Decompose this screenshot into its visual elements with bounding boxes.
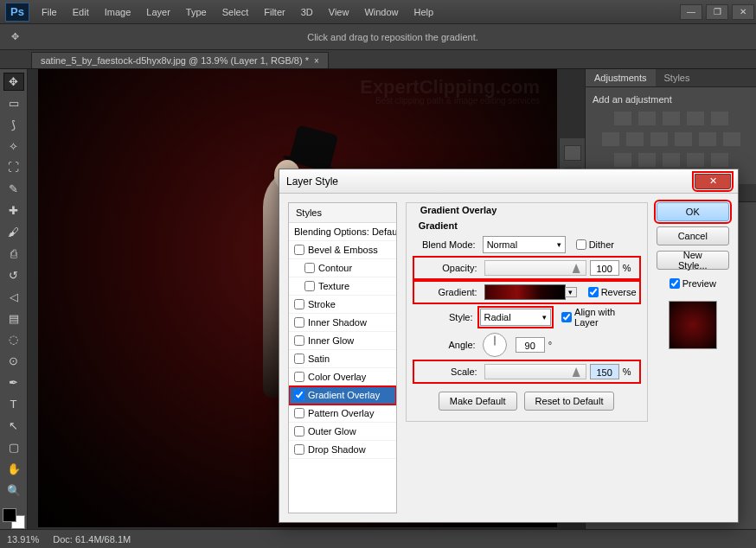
threshold-icon[interactable]: [663, 153, 680, 167]
menu-window[interactable]: Window: [357, 4, 405, 20]
scale-slider[interactable]: [484, 364, 586, 379]
map-icon[interactable]: [687, 153, 704, 167]
style-stroke[interactable]: Stroke: [289, 296, 396, 314]
zoom-level[interactable]: 13.91%: [7, 534, 39, 545]
color-swatches[interactable]: [3, 508, 25, 530]
lookup-icon[interactable]: [723, 132, 740, 146]
crop-tool[interactable]: ⛶: [3, 159, 24, 177]
hue-icon[interactable]: [602, 132, 619, 146]
gradient-picker[interactable]: [484, 284, 566, 300]
history-brush-tool[interactable]: ↺: [3, 266, 24, 284]
reverse-checkbox[interactable]: [588, 287, 599, 297]
menu-edit[interactable]: Edit: [66, 4, 96, 20]
stamp-tool[interactable]: ⎙: [3, 245, 24, 263]
angle-value[interactable]: 90: [516, 337, 545, 353]
blending-options-row[interactable]: Blending Options: Default: [289, 223, 396, 241]
style-texture[interactable]: Texture: [289, 277, 396, 296]
style-color-overlay[interactable]: Color Overlay: [289, 368, 396, 386]
outer-glow-checkbox[interactable]: [294, 426, 304, 436]
ok-button[interactable]: OK: [657, 202, 729, 221]
photo-filter-icon[interactable]: [675, 132, 692, 146]
posterize-icon[interactable]: [638, 153, 656, 167]
exposure-icon[interactable]: [687, 112, 704, 125]
bevel-checkbox[interactable]: [294, 245, 304, 255]
pen-tool[interactable]: ✒: [3, 373, 24, 392]
color-overlay-checkbox[interactable]: [294, 372, 304, 382]
menu-3d[interactable]: 3D: [294, 4, 320, 20]
style-outer-glow[interactable]: Outer Glow: [289, 423, 396, 441]
heal-tool[interactable]: ✚: [3, 201, 24, 220]
restore-button[interactable]: ❐: [706, 4, 728, 20]
brush-tool[interactable]: 🖌: [3, 223, 24, 241]
type-tool[interactable]: T: [3, 395, 24, 413]
styles-header[interactable]: Styles: [289, 203, 396, 223]
blur-tool[interactable]: ◌: [3, 331, 24, 349]
menu-file[interactable]: File: [35, 4, 64, 20]
opacity-slider[interactable]: [484, 260, 586, 276]
foreground-color[interactable]: [3, 508, 16, 522]
close-tab-icon[interactable]: ×: [314, 56, 319, 66]
curves-icon[interactable]: [663, 112, 680, 125]
dodge-tool[interactable]: ⊙: [3, 352, 24, 370]
bw-icon[interactable]: [650, 132, 668, 146]
vibrance-icon[interactable]: [711, 112, 728, 125]
zoom-tool[interactable]: 🔍: [3, 481, 24, 500]
levels-icon[interactable]: [638, 112, 656, 125]
marquee-tool[interactable]: ▭: [3, 94, 24, 112]
lasso-tool[interactable]: ⟆: [3, 116, 24, 134]
inner-shadow-checkbox[interactable]: [294, 317, 304, 328]
style-pattern-overlay[interactable]: Pattern Overlay: [289, 405, 396, 423]
menu-image[interactable]: Image: [98, 4, 138, 20]
style-satin[interactable]: Satin: [289, 350, 396, 368]
make-default-button[interactable]: Make Default: [439, 392, 517, 411]
eyedropper-tool[interactable]: ✎: [3, 180, 24, 198]
brightness-icon[interactable]: [614, 112, 631, 125]
reset-default-button[interactable]: Reset to Default: [524, 392, 615, 411]
document-tab[interactable]: satine_5_by_faestock-d5hyx8v.jpg @ 13.9%…: [31, 52, 329, 68]
move-tool[interactable]: ✥: [3, 73, 24, 91]
history-panel-icon[interactable]: [564, 145, 581, 161]
style-gradient-overlay[interactable]: Gradient Overlay: [289, 386, 396, 405]
menu-layer[interactable]: Layer: [139, 4, 177, 20]
menu-type[interactable]: Type: [179, 4, 214, 20]
invert-icon[interactable]: [614, 153, 631, 167]
texture-checkbox[interactable]: [304, 281, 315, 291]
scale-value[interactable]: 150: [590, 364, 619, 379]
drop-shadow-checkbox[interactable]: [294, 444, 304, 455]
blend-mode-select[interactable]: Normal: [483, 236, 566, 253]
gradient-overlay-checkbox[interactable]: [294, 390, 304, 400]
selective-icon[interactable]: [711, 153, 728, 167]
dialog-close-button[interactable]: ✕: [695, 174, 731, 189]
style-drop-shadow[interactable]: Drop Shadow: [289, 441, 396, 459]
shape-tool[interactable]: ▢: [3, 438, 24, 456]
opacity-value[interactable]: 100: [590, 260, 619, 276]
adjustments-tab[interactable]: Adjustments: [586, 69, 656, 86]
hand-tool[interactable]: ✋: [3, 460, 24, 478]
inner-glow-checkbox[interactable]: [294, 335, 304, 346]
style-inner-shadow[interactable]: Inner Shadow: [289, 314, 396, 332]
eraser-tool[interactable]: ◁: [3, 288, 24, 306]
style-contour[interactable]: Contour: [289, 259, 396, 277]
menu-help[interactable]: Help: [407, 4, 441, 20]
path-tool[interactable]: ↖: [3, 417, 24, 435]
menu-view[interactable]: View: [322, 4, 356, 20]
new-style-button[interactable]: New Style...: [657, 251, 729, 270]
satin-checkbox[interactable]: [294, 354, 304, 364]
preview-checkbox[interactable]: [670, 278, 680, 289]
style-select[interactable]: Radial: [480, 309, 552, 326]
wand-tool[interactable]: ✧: [3, 137, 24, 156]
minimize-button[interactable]: —: [680, 4, 702, 20]
cancel-button[interactable]: Cancel: [657, 226, 729, 245]
menu-filter[interactable]: Filter: [257, 4, 292, 20]
angle-dial[interactable]: [483, 333, 507, 357]
contour-checkbox[interactable]: [304, 263, 315, 273]
dialog-titlebar[interactable]: Layer Style ✕: [279, 169, 738, 194]
dither-checkbox[interactable]: [576, 239, 586, 250]
close-button[interactable]: ✕: [732, 4, 754, 20]
align-checkbox[interactable]: [561, 312, 572, 322]
gradient-tool[interactable]: ▤: [3, 309, 24, 328]
styles-tab[interactable]: Styles: [656, 69, 699, 86]
balance-icon[interactable]: [626, 132, 644, 146]
pattern-overlay-checkbox[interactable]: [294, 408, 304, 418]
mixer-icon[interactable]: [699, 132, 716, 146]
